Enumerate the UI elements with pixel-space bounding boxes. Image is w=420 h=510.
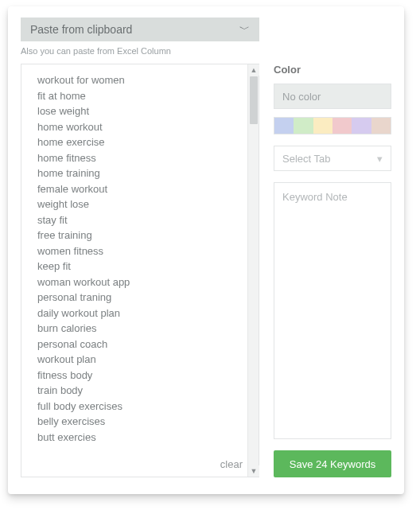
keyword-item: lose weight (37, 103, 247, 119)
note-placeholder: Keyword Note (282, 191, 348, 203)
keyword-item: full body exercises (37, 399, 247, 415)
tab-select-placeholder: Select Tab (282, 153, 330, 165)
scroll-down-icon[interactable]: ▼ (248, 465, 259, 477)
keyword-item: home fitness (37, 150, 247, 166)
columns: workout for womenfit at homelose weighth… (21, 64, 391, 477)
color-swatch[interactable] (313, 118, 332, 134)
keyword-item: weight lose (37, 197, 247, 212)
tab-select[interactable]: Select Tab ▾ (274, 146, 391, 171)
keyword-item: woman workout app (37, 274, 247, 290)
side-panel: Color No color Select Tab ▾ Keyword Note… (274, 64, 391, 477)
color-swatch[interactable] (294, 118, 313, 134)
clear-button[interactable]: clear (220, 458, 243, 470)
color-swatch[interactable] (274, 118, 294, 134)
keyword-item: keep fit (37, 259, 247, 274)
color-swatch-row (274, 117, 391, 134)
scrollbar[interactable]: ▲ ▼ (247, 64, 259, 477)
keyword-item: home workout (37, 119, 247, 135)
paste-label: Paste from clipboard (30, 23, 132, 36)
keyword-item: train body (37, 383, 247, 399)
keyword-item: female workout (37, 181, 247, 197)
no-color-button[interactable]: No color (274, 84, 391, 109)
keyword-item: fitness body (37, 368, 247, 383)
keyword-item: women fitness (37, 243, 247, 259)
keyword-item: fit at home (37, 88, 247, 104)
keyword-item: personal traning (37, 290, 247, 306)
scroll-up-icon[interactable]: ▲ (248, 64, 259, 76)
color-swatch[interactable] (371, 118, 391, 134)
chevron-down-icon: ﹀ (239, 22, 250, 37)
color-swatch[interactable] (332, 118, 352, 134)
keyword-item: burn calories (37, 321, 247, 337)
keyword-item: home training (37, 165, 247, 181)
save-keywords-button[interactable]: Save 24 Keywords (274, 450, 391, 477)
keyword-textarea[interactable]: workout for womenfit at homelose weighth… (21, 64, 259, 477)
keyword-item: belly exercises (37, 414, 247, 430)
chevron-down-icon: ▾ (377, 153, 383, 165)
keyword-item: daily workout plan (37, 306, 247, 321)
keyword-item: butt exercies (37, 430, 247, 446)
excel-hint-text: Also you can paste from Excel Column (21, 46, 391, 56)
paste-from-clipboard-select[interactable]: Paste from clipboard ﹀ (21, 18, 259, 41)
no-color-label: No color (282, 91, 321, 103)
scroll-thumb[interactable] (250, 76, 258, 124)
keyword-list: workout for womenfit at homelose weighth… (21, 64, 247, 477)
keyword-add-card: Paste from clipboard ﹀ Also you can past… (8, 6, 404, 494)
keyword-item: personal coach (37, 337, 247, 352)
keyword-item: free training (37, 228, 247, 243)
keyword-note-field[interactable]: Keyword Note (274, 182, 391, 439)
color-swatch[interactable] (352, 118, 371, 134)
color-section-label: Color (274, 64, 391, 76)
keyword-item: workout plan (37, 352, 247, 368)
keyword-item: workout for women (37, 72, 247, 88)
keyword-item: stay fit (37, 212, 247, 228)
save-label: Save 24 Keywords (290, 458, 375, 470)
keyword-item: home exercise (37, 134, 247, 150)
